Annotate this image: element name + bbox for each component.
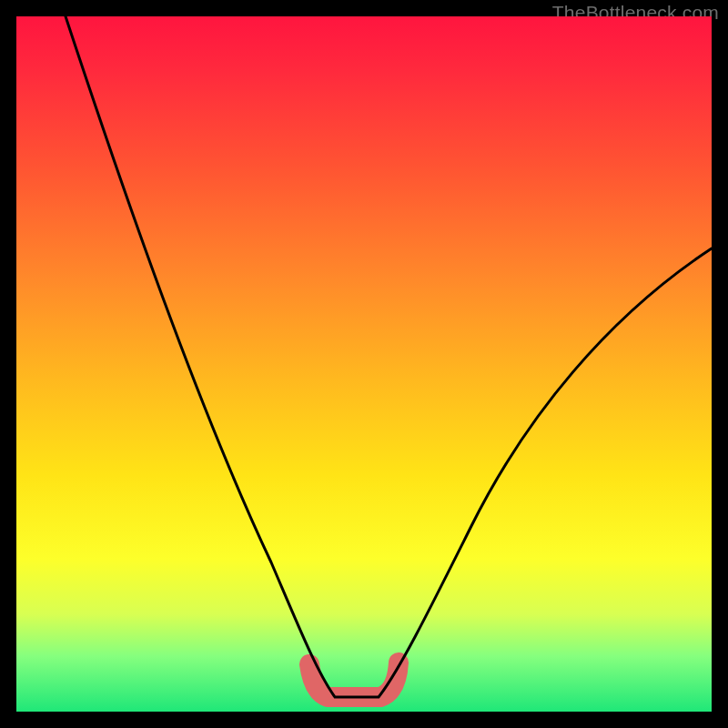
gradient-plot-area [16, 16, 712, 712]
curve-layer [16, 16, 712, 712]
chart-frame: TheBottleneck.com [0, 0, 728, 728]
bottleneck-curve [66, 16, 712, 697]
